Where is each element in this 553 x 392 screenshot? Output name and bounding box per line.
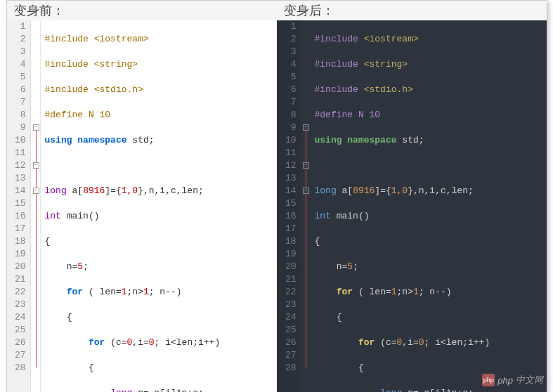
gutter-right: 1 2 3 4 5 6 7 8 9 10 11 12 13 14 15 16 1… xyxy=(277,20,301,392)
line-number: 24 xyxy=(281,311,297,324)
line-number: 4 xyxy=(281,58,297,71)
line-number: 6 xyxy=(11,84,26,96)
line-number: 20 xyxy=(11,261,26,273)
panel-after: 变身后： 1 2 3 4 5 6 7 8 9 10 11 12 13 14 15… xyxy=(277,1,547,392)
line-number: 21 xyxy=(281,273,297,286)
line-number: 14 xyxy=(281,185,297,197)
line-number: 26 xyxy=(281,337,297,349)
line-number: 18 xyxy=(281,235,297,248)
line-number: 22 xyxy=(11,286,26,299)
line-number: 25 xyxy=(11,324,26,337)
fold-toggle-icon[interactable]: - xyxy=(303,162,309,169)
line-number: 6 xyxy=(281,84,297,96)
line-number: 11 xyxy=(281,147,297,159)
editor-before: 1 2 3 4 5 6 7 8 9 10 11 12 13 14 15 16 1… xyxy=(7,20,277,392)
watermark-text: php xyxy=(497,375,513,386)
code-right[interactable]: #include <iostream> #include <string> #i… xyxy=(311,20,547,392)
line-number: 3 xyxy=(281,46,297,58)
line-number: 16 xyxy=(11,210,26,223)
header-before: 变身前： xyxy=(7,1,277,20)
fold-toggle-icon[interactable]: - xyxy=(33,188,39,194)
line-number: 8 xyxy=(11,109,26,122)
line-number: 12 xyxy=(11,159,26,172)
fold-toggle-icon[interactable]: - xyxy=(33,162,39,169)
line-number: 1 xyxy=(11,20,26,33)
line-number: 5 xyxy=(11,71,26,84)
line-number: 22 xyxy=(281,286,297,299)
line-number: 15 xyxy=(281,197,297,210)
fold-toggle-icon[interactable]: - xyxy=(303,124,309,131)
line-number: 10 xyxy=(11,134,26,147)
line-number: 17 xyxy=(281,223,297,235)
editor-after: 1 2 3 4 5 6 7 8 9 10 11 12 13 14 15 16 1… xyxy=(277,20,547,392)
panel-before: 变身前： 1 2 3 4 5 6 7 8 9 10 11 12 13 14 15… xyxy=(7,1,277,392)
line-number: 1 xyxy=(281,20,297,33)
comparison-container: 变身前： 1 2 3 4 5 6 7 8 9 10 11 12 13 14 15… xyxy=(6,0,547,392)
line-number: 21 xyxy=(11,273,26,286)
line-number: 7 xyxy=(281,96,297,109)
line-number: 9 xyxy=(11,122,26,134)
line-number: 27 xyxy=(11,349,26,362)
line-number: 16 xyxy=(281,210,297,223)
line-number: 7 xyxy=(11,96,26,109)
line-number: 4 xyxy=(11,58,26,71)
line-number: 5 xyxy=(281,71,297,84)
header-after: 变身后： xyxy=(277,1,547,20)
line-number: 10 xyxy=(281,134,297,147)
fold-toggle-icon[interactable]: - xyxy=(303,188,309,194)
line-number: 14 xyxy=(11,185,26,197)
gutter-left: 1 2 3 4 5 6 7 8 9 10 11 12 13 14 15 16 1… xyxy=(7,20,31,392)
line-number: 28 xyxy=(281,362,297,374)
fold-gutter-left: - - - xyxy=(31,20,41,392)
line-number: 18 xyxy=(11,235,26,248)
line-number: 2 xyxy=(11,33,26,46)
line-number: 27 xyxy=(281,349,297,362)
line-number: 20 xyxy=(281,261,297,273)
watermark: php php 中文网 xyxy=(482,374,543,386)
line-number: 13 xyxy=(281,172,297,185)
line-number: 13 xyxy=(11,172,26,185)
fold-gutter-right: - - - xyxy=(301,20,311,392)
line-number: 24 xyxy=(11,311,26,324)
line-number: 23 xyxy=(11,299,26,311)
line-number: 25 xyxy=(281,324,297,337)
code-left[interactable]: #include <iostream> #include <string> #i… xyxy=(41,20,277,392)
line-number: 23 xyxy=(281,299,297,311)
line-number: 15 xyxy=(11,197,26,210)
fold-toggle-icon[interactable]: - xyxy=(33,124,39,131)
watermark-text: 中文网 xyxy=(516,374,543,386)
line-number: 9 xyxy=(281,122,297,134)
line-number: 8 xyxy=(281,109,297,122)
line-number: 11 xyxy=(11,147,26,159)
line-number: 28 xyxy=(11,362,26,374)
line-number: 26 xyxy=(11,337,26,349)
line-number: 2 xyxy=(281,33,297,46)
php-logo-icon: php xyxy=(482,374,495,386)
line-number: 17 xyxy=(11,223,26,235)
line-number: 12 xyxy=(281,159,297,172)
line-number: 3 xyxy=(11,46,26,58)
line-number: 19 xyxy=(11,248,26,261)
line-number: 19 xyxy=(281,248,297,261)
